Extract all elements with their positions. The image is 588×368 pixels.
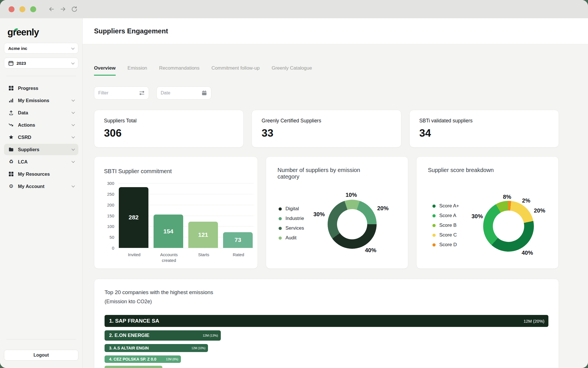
legend-item: Audit [279, 233, 304, 243]
page-header: Suppliers Engagement [83, 18, 588, 44]
sidebar-item-label: My Resources [18, 171, 50, 177]
company-bar: 2. E.ON ENERGIE 12M (13%) [105, 330, 221, 341]
emission-category-chart-card: Number of suppliers by emission category… [266, 156, 408, 269]
top-emitters-card: Top 20 companies with the highest emissi… [94, 279, 559, 368]
company-bar: 5. MICROSC 12M (5%) [105, 366, 162, 368]
legend-item: Score C [432, 230, 459, 240]
y-tick: 150 [107, 213, 114, 218]
trend-icon [8, 122, 14, 128]
sidebar-item-my-resources[interactable]: My Resources [4, 168, 78, 180]
sidebar-item-my-emissions[interactable]: My Emissions [4, 95, 78, 106]
bar-value: 121 [198, 231, 208, 238]
donut-chart [483, 201, 534, 252]
upload-icon [8, 110, 14, 115]
supplier-score-chart-card: Supplier score breakdown Score A+ Score … [416, 156, 559, 269]
sidebar-divider [6, 76, 76, 76]
year-select[interactable]: 2023 [4, 58, 78, 68]
stat-label: Greenly Certified Suppliers [262, 118, 391, 124]
company-bar: 1. SAP FRANCE SA 12M (20%) [105, 315, 548, 327]
company-select-value: Acme inc [8, 46, 27, 51]
company-value: 12M (10%) [191, 347, 208, 350]
legend-item: Score A [432, 211, 459, 221]
refresh-icon[interactable] [71, 5, 78, 13]
bar-rated: 73 [223, 232, 253, 248]
tab-emission[interactable]: Emission [128, 65, 147, 76]
x-label: Starts [189, 252, 219, 263]
chevron-down-icon [71, 46, 74, 49]
grid-icon [8, 171, 14, 177]
back-icon[interactable] [48, 5, 55, 13]
slice-label: 20% [377, 205, 389, 212]
sidebar-item-lca[interactable]: ♻ LCA [4, 156, 78, 167]
y-tick: 250 [107, 191, 114, 196]
slice-label: 30% [313, 211, 325, 218]
bar-starts: 121 [188, 222, 218, 248]
company-bar: 4. CEZ POLSKA SP. Z 0.0 12M (8%) [105, 355, 181, 363]
y-tick: 200 [107, 202, 114, 207]
tab-greenly-catalogue[interactable]: Greenly Catalogue [271, 65, 312, 76]
legend-item: Score D [432, 240, 459, 250]
legend-dot [432, 205, 436, 208]
x-label: Accounts created [154, 252, 184, 263]
folder-icon [8, 147, 14, 152]
legend-dot [279, 217, 282, 220]
slice-label: 30% [471, 213, 483, 220]
x-label: Invited [119, 252, 149, 263]
date-input[interactable] [161, 90, 201, 96]
legend-item: Industrie [279, 214, 304, 223]
bar-chart-icon [8, 98, 14, 103]
sidebar-item-my-account[interactable]: ⚙ My Account [4, 181, 78, 192]
tab-overview[interactable]: Overview [94, 65, 116, 76]
bar-accounts-created: 154 [154, 215, 183, 248]
y-axis: 300 250 200 150 100 50 0 [104, 183, 115, 248]
recycle-icon: ♻ [8, 159, 14, 164]
sidebar-item-label: CSRD [18, 135, 31, 140]
company-name: 1. SAP FRANCE SA [105, 318, 159, 324]
tab-recommandations[interactable]: Recommandations [159, 65, 200, 76]
sidebar-item-suppliers[interactable]: Suppliers [4, 144, 78, 155]
chevron-down-icon [72, 123, 75, 126]
company-value: 12M (8%) [166, 358, 181, 361]
tab-commitment-follow-up[interactable]: Commitment follow-up [211, 65, 260, 76]
slice-label: 40% [522, 250, 533, 256]
close-window-button[interactable] [9, 6, 15, 12]
slice-label: 2% [522, 197, 530, 204]
legend-dot [279, 227, 282, 230]
legend-item: Score B [432, 221, 459, 230]
browser-chrome [0, 0, 588, 18]
slice-label: 10% [346, 192, 357, 198]
date-input-wrap [156, 86, 211, 100]
sliders-icon [139, 90, 145, 96]
chevron-down-icon [71, 61, 74, 64]
sidebar-item-label: Progress [18, 86, 38, 91]
chart-title: Top 20 companies with the highest emissi… [105, 289, 548, 296]
sidebar-item-label: LCA [18, 159, 28, 165]
sidebar-item-actions[interactable]: Actions [4, 119, 78, 131]
filter-input-wrap [94, 86, 149, 100]
forward-icon[interactable] [59, 5, 67, 13]
sidebar-item-csrd[interactable]: CSRD [4, 132, 78, 143]
y-tick: 100 [107, 224, 114, 229]
sidebar: greenly Acme inc 2023 Progress My Emissi… [0, 18, 83, 368]
zoom-window-button[interactable] [30, 6, 36, 12]
minimize-window-button[interactable] [19, 6, 25, 12]
logout-button[interactable]: Logout [4, 350, 78, 361]
company-name: 3. A.S ALTAIR ENGIN [105, 346, 149, 350]
sidebar-item-data[interactable]: Data [4, 107, 78, 118]
legend-dot [432, 243, 436, 246]
bar-value: 282 [128, 214, 138, 221]
company-select[interactable]: Acme inc [4, 43, 78, 54]
tab-bar: Overview Emission Recommandations Commit… [94, 65, 559, 76]
x-axis-labels: Invited Accounts created Starts Rated [119, 252, 254, 263]
page-title: Suppliers Engagement [94, 27, 168, 35]
bar-chart-plot: 282 154 121 73 [118, 183, 254, 248]
stat-value: 306 [104, 127, 234, 139]
filter-input[interactable] [98, 90, 139, 96]
chart-legend: Score A+ Score A Score B Score C Score D [432, 201, 459, 250]
stat-card-sbti-validated: SBTi validated suppliers 34 [409, 110, 559, 147]
company-bars: 1. SAP FRANCE SA 12M (20%) 2. E.ON ENERG… [105, 315, 548, 368]
chart-subtitle: (Emission kto CO2e) [105, 299, 548, 305]
sidebar-item-progress[interactable]: Progress [4, 82, 78, 94]
sidebar-item-label: Data [18, 110, 28, 116]
slice-label: 8% [503, 194, 511, 200]
